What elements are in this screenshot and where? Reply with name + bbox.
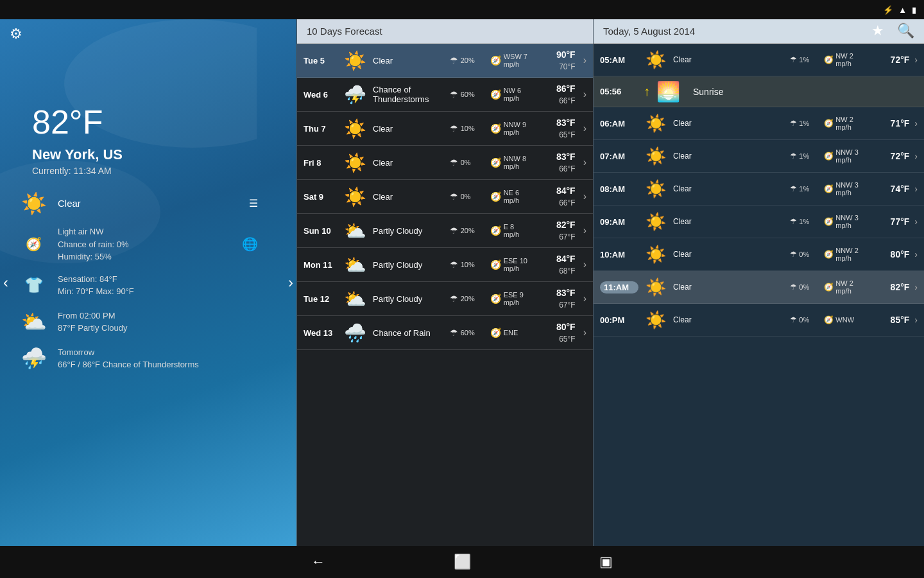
fc-temp: 82°F67°F bbox=[537, 219, 576, 243]
fc-temp: 84°F66°F bbox=[537, 185, 576, 209]
recents-button[interactable]: ▣ bbox=[599, 554, 613, 570]
city-name: New York, US bbox=[32, 146, 284, 163]
forecast-row[interactable]: Tue 12 ⛅ Partly Cloudy ☂ 20% 🧭 ESE 9 mp/… bbox=[297, 282, 593, 316]
settings-button[interactable]: ⚙ bbox=[10, 26, 22, 42]
forecast-row[interactable]: Mon 11 ⛅ Partly Cloudy ☂ 10% 🧭 ESE 10 mp… bbox=[297, 248, 593, 282]
fc-wind: 🧭 WSW 7 mp/h bbox=[490, 53, 532, 68]
fc-day: Thu 7 bbox=[304, 124, 337, 134]
sunrise-row[interactable]: 05:56 ↑ 🌅 Sunrise bbox=[594, 76, 924, 107]
fc-arrow: › bbox=[583, 225, 586, 236]
top-right-actions: ★ 🔍 bbox=[871, 22, 914, 39]
from-desc: 87°F Partly Cloudy bbox=[58, 322, 128, 335]
hr-time: 06:AM bbox=[600, 119, 638, 128]
forecast-row[interactable]: Wed 6 ⛈️ Chance of Thunderstorms ☂ 60% 🧭… bbox=[297, 78, 593, 112]
home-button[interactable]: ⬜ bbox=[454, 554, 471, 570]
condition-text: Clear bbox=[58, 198, 81, 209]
wind-icon: 🧭 bbox=[19, 230, 48, 259]
hr-rain: ☂ 0% bbox=[790, 250, 819, 259]
hr-rain: ☂ 1% bbox=[790, 55, 819, 64]
fc-rain: ☂ 10% bbox=[450, 123, 485, 134]
fc-rain: ☂ 10% bbox=[450, 259, 485, 270]
left-weather-panel: ⚙ ‹ › 82°F New York, US Currently: 11:34… bbox=[0, 19, 296, 546]
fc-day: Sun 10 bbox=[304, 226, 337, 236]
fc-day: Sat 9 bbox=[304, 192, 337, 202]
fc-arrow: › bbox=[583, 157, 586, 168]
rain-chance: Chance of rain: 0% bbox=[58, 238, 129, 251]
hr-rain: ☂ 0% bbox=[790, 283, 819, 292]
globe-icon[interactable]: 🌐 bbox=[242, 237, 258, 251]
hourly-row[interactable]: 05:AM ☀️ Clear ☂ 1% 🧭 NW 2 mp/h 72°F › bbox=[594, 44, 924, 76]
bottom-navigation: ← ⬜ ▣ bbox=[0, 546, 924, 578]
hr-icon: ☀️ bbox=[644, 111, 668, 136]
fc-wind: 🧭 NW 6 mp/h bbox=[490, 87, 532, 102]
hourly-row[interactable]: 11:AM ☀️ Clear ☂ 0% 🧭 NW 2 mp/h 82°F › bbox=[594, 271, 924, 304]
fc-arrow: › bbox=[583, 191, 586, 202]
hr-wind: 🧭 NW 2 mp/h bbox=[824, 52, 869, 67]
hr-wind: 🧭 NNW 2 mp/h bbox=[824, 247, 869, 262]
fc-icon: ⛈️ bbox=[342, 82, 368, 107]
wifi-icon: ▲ bbox=[898, 5, 907, 15]
fc-wind: 🧭 NNW 8 mp/h bbox=[490, 155, 532, 170]
hourly-row[interactable]: 08:AM ☀️ Clear ☂ 1% 🧭 NNW 3 mp/h 74°F › bbox=[594, 173, 924, 206]
fc-arrow: › bbox=[583, 327, 586, 338]
hr-condition: Clear bbox=[673, 283, 785, 292]
forecast-row[interactable]: Thu 7 ☀️ Clear ☂ 10% 🧭 NNW 9 mp/h 83°F65… bbox=[297, 112, 593, 146]
humidity: Humidity: 55% bbox=[58, 250, 129, 263]
hr-rain: ☂ 1% bbox=[790, 184, 819, 193]
left-nav-arrow[interactable]: ‹ bbox=[3, 274, 8, 292]
hr-condition: Clear bbox=[673, 55, 785, 64]
main-temperature: 82°F bbox=[32, 103, 284, 141]
hr-temp: 74°F bbox=[874, 184, 909, 194]
hr-icon: ☀️ bbox=[644, 48, 668, 72]
hr-icon: ☀️ bbox=[644, 242, 668, 267]
tomorrow-row: ⛈️ Tomorrow 66°F / 86°F Chance of Thunde… bbox=[19, 344, 284, 373]
right-nav-arrow[interactable]: › bbox=[288, 274, 293, 292]
fc-day: Tue 12 bbox=[304, 294, 337, 304]
hourly-row[interactable]: 09:AM ☀️ Clear ☂ 1% 🧭 NNW 3 mp/h 77°F › bbox=[594, 206, 924, 238]
search-button[interactable]: 🔍 bbox=[897, 22, 914, 39]
hourly-list: 05:AM ☀️ Clear ☂ 1% 🧭 NW 2 mp/h 72°F › 0… bbox=[594, 44, 924, 337]
hr-rain: ☂ 1% bbox=[790, 152, 819, 161]
from-row: ⛅ From 02:00 PM 87°F Partly Cloudy bbox=[19, 308, 284, 337]
fc-wind: 🧭 E 8 mp/h bbox=[490, 223, 532, 238]
fc-day: Tue 5 bbox=[304, 56, 337, 66]
forecast-row[interactable]: Sun 10 ⛅ Partly Cloudy ☂ 20% 🧭 E 8 mp/h … bbox=[297, 214, 593, 248]
hourly-row[interactable]: 06:AM ☀️ Clear ☂ 1% 🧭 NW 2 mp/h 71°F › bbox=[594, 107, 924, 140]
fc-icon: ☀️ bbox=[342, 150, 368, 175]
hourly-row[interactable]: 10:AM ☀️ Clear ☂ 0% 🧭 NNW 2 mp/h 80°F › bbox=[594, 238, 924, 271]
hourly-row[interactable]: 07:AM ☀️ Clear ☂ 1% 🧭 NNW 3 mp/h 72°F › bbox=[594, 140, 924, 173]
fc-day: Wed 13 bbox=[304, 328, 337, 338]
fc-rain: ☂ 60% bbox=[450, 89, 485, 100]
fc-rain: ☂ 0% bbox=[450, 191, 485, 202]
fc-arrow: › bbox=[583, 259, 586, 270]
clothes-icon: 👕 bbox=[19, 271, 48, 300]
forecast-row[interactable]: Tue 5 ☀️ Clear ☂ 20% 🧭 WSW 7 mp/h 90°F70… bbox=[297, 44, 593, 78]
hr-temp: 71°F bbox=[874, 118, 909, 128]
hourly-row[interactable]: 00:PM ☀️ Clear ☂ 0% 🧭 WNW 85°F › bbox=[594, 304, 924, 337]
hr-condition: Clear bbox=[673, 152, 785, 161]
sunrise-info: ↑ 🌅 Sunrise bbox=[644, 80, 723, 103]
forecast-row[interactable]: Fri 8 ☀️ Clear ☂ 0% 🧭 NNW 8 mp/h 83°F66°… bbox=[297, 146, 593, 180]
hr-arrow: › bbox=[914, 249, 918, 259]
back-button[interactable]: ← bbox=[311, 554, 325, 570]
partly-cloudy-icon: ⛅ bbox=[19, 308, 48, 337]
hr-condition: Clear bbox=[673, 184, 785, 193]
star-button[interactable]: ★ bbox=[871, 22, 884, 39]
wind-text: Light air NW bbox=[58, 225, 129, 238]
hr-arrow: › bbox=[914, 184, 918, 194]
hr-arrow: › bbox=[914, 216, 918, 227]
forecast-row[interactable]: Wed 13 🌧️ Chance of Rain ☂ 60% 🧭 ENE 80°… bbox=[297, 316, 593, 350]
condition-icon: ☀️ bbox=[19, 189, 48, 218]
fc-rain: ☂ 60% bbox=[450, 328, 485, 338]
fc-day: Wed 6 bbox=[304, 90, 337, 100]
fc-day: Fri 8 bbox=[304, 158, 337, 168]
sunrise-time: 05:56 bbox=[600, 87, 638, 96]
hr-temp: 80°F bbox=[874, 249, 909, 259]
hr-temp: 77°F bbox=[874, 216, 909, 227]
detail-list-icon[interactable]: ☰ bbox=[249, 198, 258, 209]
fc-icon: ⛅ bbox=[342, 286, 368, 311]
hr-wind: 🧭 NNW 3 mp/h bbox=[824, 214, 869, 229]
forecast-row[interactable]: Sat 9 ☀️ Clear ☂ 0% 🧭 NE 6 mp/h 84°F66°F… bbox=[297, 180, 593, 214]
fc-rain: ☂ 0% bbox=[450, 157, 485, 168]
fc-rain: ☂ 20% bbox=[450, 293, 485, 304]
